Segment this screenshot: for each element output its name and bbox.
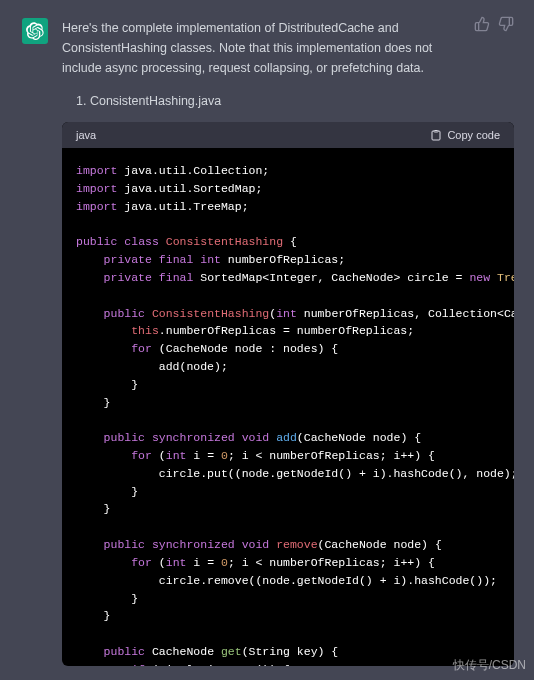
openai-icon — [26, 22, 44, 40]
thumbs-down-button[interactable] — [498, 16, 514, 32]
message-content: Here's the complete implementation of Di… — [62, 18, 512, 680]
assistant-avatar — [22, 18, 48, 44]
copy-code-button[interactable]: Copy code — [430, 129, 500, 141]
assistant-message: Here's the complete implementation of Di… — [0, 0, 534, 680]
copy-code-label: Copy code — [447, 129, 500, 141]
watermark: 快传号/CSDN — [453, 657, 526, 674]
code-body[interactable]: import java.util.Collection; import java… — [62, 148, 514, 666]
thumbs-down-icon — [498, 16, 514, 32]
feedback-buttons — [474, 16, 514, 32]
intro-text: Here's the complete implementation of Di… — [62, 18, 512, 78]
code-block: java Copy code import java.util.Collecti… — [62, 122, 514, 666]
svg-rect-0 — [434, 131, 438, 133]
file-list-item: 1. ConsistentHashing.java — [62, 94, 512, 108]
thumbs-up-icon — [474, 16, 490, 32]
code-lang-label: java — [76, 129, 96, 141]
thumbs-up-button[interactable] — [474, 16, 490, 32]
clipboard-icon — [430, 129, 442, 141]
code-header: java Copy code — [62, 122, 514, 148]
